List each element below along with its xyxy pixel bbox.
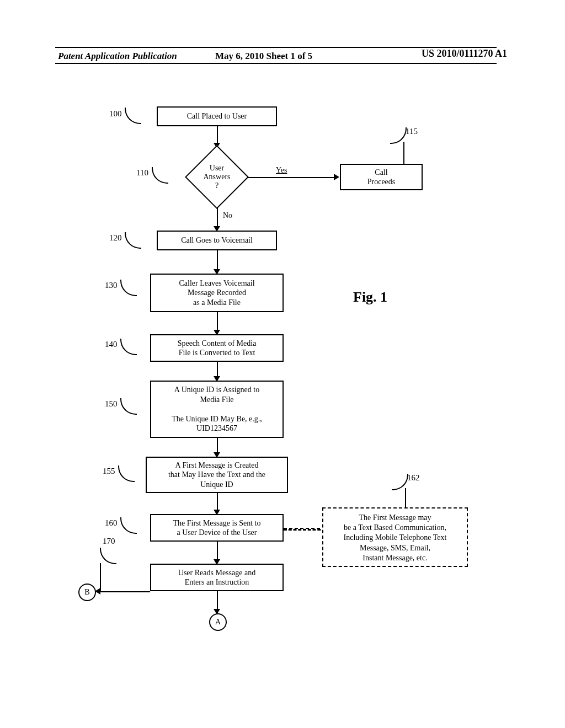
arrow-110-120 [217, 207, 218, 228]
ref-line-170 [100, 563, 101, 591]
ref-140: 140 [105, 340, 118, 349]
ref-160: 160 [105, 518, 118, 528]
arrow-110-115 [247, 177, 335, 178]
ref-leader-155 [118, 465, 135, 482]
step-140: Speech Content of Media File is Converte… [150, 334, 284, 362]
step-170: User Reads Message and Enters an Instruc… [150, 564, 284, 591]
ref-leader-110 [152, 167, 168, 184]
step-130: Caller Leaves Voicemail Message Recorded… [150, 274, 284, 312]
ref-100: 100 [109, 109, 122, 119]
ref-130: 130 [105, 281, 118, 290]
ref-leader-120 [125, 232, 141, 249]
arrow-100-110 [217, 126, 218, 144]
ref-leader-170 [100, 548, 116, 564]
ref-line-162 [405, 488, 406, 507]
figure-label: Fig. 1 [353, 289, 387, 306]
connector-A: A [209, 613, 227, 631]
arrow-160-170 [217, 542, 218, 561]
decision-110: User Answers ? [186, 147, 247, 207]
ref-150: 150 [105, 399, 118, 409]
note-162: The First Message may be a Text Based Co… [322, 507, 468, 567]
line-170-B-h [100, 591, 150, 592]
header-mid: May 6, 2010 Sheet 1 of 5 [215, 51, 312, 62]
page: Patent Application Publication May 6, 20… [0, 0, 565, 728]
ref-115: 115 [406, 127, 418, 136]
arrow-155-160 [217, 493, 218, 512]
header-right: US 2010/0111270 A1 [422, 48, 507, 60]
arrow-130-140 [217, 312, 218, 332]
ref-line-115 [403, 142, 404, 164]
arrow-170-A [217, 591, 218, 611]
ref-162: 162 [407, 473, 420, 483]
step-150: A Unique ID is Assigned to Media File Th… [150, 381, 284, 438]
header-rule-bottom [55, 63, 497, 64]
ref-leader-130 [120, 280, 137, 296]
label-no: No [223, 211, 232, 221]
step-100: Call Placed to User [157, 106, 277, 126]
ref-leader-150 [120, 398, 137, 415]
step-120: Call Goes to Voicemail [157, 231, 277, 250]
arrow-120-130 [217, 250, 218, 271]
label-yes: Yes [276, 165, 287, 175]
ref-leader-160 [120, 517, 137, 534]
step-155: A First Message is Created that May Have… [146, 457, 288, 493]
ref-leader-140 [120, 339, 137, 355]
ref-110: 110 [136, 168, 148, 178]
ref-leader-100 [125, 108, 141, 124]
ref-155: 155 [103, 467, 115, 476]
ref-120: 120 [109, 233, 122, 243]
step-160: The First Message is Sent to a User Devi… [150, 514, 284, 542]
header-left: Patent Application Publication [58, 51, 177, 62]
arrowhead-110-115 [334, 174, 339, 180]
step-115: Call Proceeds [340, 164, 423, 190]
dashed-160-162 [284, 528, 326, 531]
connector-B: B [78, 584, 96, 601]
ref-170: 170 [103, 537, 115, 546]
diamond-label: User Answers ? [186, 164, 247, 190]
